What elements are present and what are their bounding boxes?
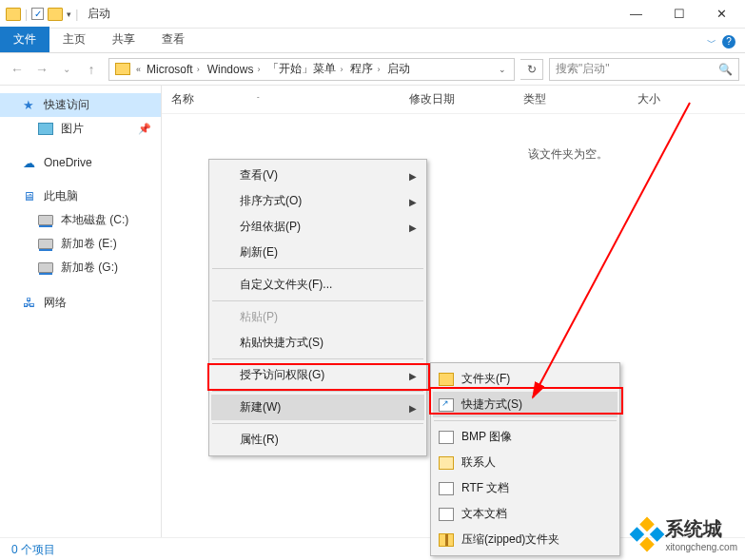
tab-home[interactable]: 主页 xyxy=(49,27,99,52)
chevron-right-icon: › xyxy=(257,65,260,74)
submenu-arrow-icon: ▶ xyxy=(409,222,417,232)
breadcrumb-folder-icon xyxy=(115,63,130,75)
crumb-item: Windows› xyxy=(204,63,265,76)
qat-dropdown-icon[interactable]: ▾ xyxy=(67,10,71,19)
refresh-button[interactable]: ↻ xyxy=(520,59,543,80)
ctx-properties[interactable]: 属性(R) xyxy=(211,427,424,453)
crumb-item: Microsoft› xyxy=(143,63,204,76)
empty-folder-message: 该文件夹为空。 xyxy=(162,114,745,163)
sidebar-item-label: 此电脑 xyxy=(44,188,78,204)
address-dropdown-icon[interactable]: ⌄ xyxy=(493,65,512,74)
sidebar-item-this-pc[interactable]: 🖥 此电脑 xyxy=(0,184,161,208)
tab-file[interactable]: 文件 xyxy=(0,27,49,52)
sidebar-item-volume-e[interactable]: 新加卷 (E:) xyxy=(0,232,161,256)
folder-app-icon xyxy=(6,8,21,21)
titlebar: | ✓ ▾ | 启动 — ☐ ✕ xyxy=(0,0,745,29)
ctx-new[interactable]: 新建(W)▶ xyxy=(211,395,424,420)
chevron-right-icon: › xyxy=(197,65,200,74)
window-buttons: — ☐ ✕ xyxy=(615,1,743,28)
cloud-icon: ☁ xyxy=(21,156,36,169)
pc-icon: 🖥 xyxy=(21,190,36,203)
sidebar-item-volume-g[interactable]: 新加卷 (G:) xyxy=(0,256,161,280)
sidebar-item-network[interactable]: 🖧 网络 xyxy=(0,291,161,315)
status-bar: 0 个项目 xyxy=(0,537,745,560)
tab-view[interactable]: 查看 xyxy=(148,27,198,52)
col-name[interactable]: 名称ˆ xyxy=(171,91,409,107)
ctx-view[interactable]: 查看(V)▶ xyxy=(211,163,424,188)
ctx-new-rtf[interactable]: RTF 文档 xyxy=(433,475,618,501)
column-headers: 名称ˆ 修改日期 类型 大小 xyxy=(162,86,745,114)
ctx-new-shortcut[interactable]: 快捷方式(S) xyxy=(433,392,618,417)
address-bar-row: ← → ⌄ ↑ « Microsoft› Windows› 「开始」菜单› 程序… xyxy=(0,53,745,86)
chevron-down-icon: ﹀ xyxy=(707,36,716,47)
sidebar-item-label: OneDrive xyxy=(44,156,92,169)
back-button[interactable]: ← xyxy=(6,58,29,81)
star-icon: ★ xyxy=(21,99,36,112)
breadcrumb-back-icon: « xyxy=(134,65,143,74)
ctx-new-bmp[interactable]: BMP 图像 xyxy=(433,424,618,450)
sidebar-item-onedrive[interactable]: ☁ OneDrive xyxy=(0,152,161,173)
divider: | xyxy=(25,8,28,21)
txt-icon xyxy=(439,507,454,522)
separator xyxy=(212,300,423,301)
crumb-item: 启动 xyxy=(383,61,414,77)
ctx-paste: 粘贴(P) xyxy=(211,304,424,330)
pin-icon: 📌 xyxy=(138,123,151,135)
separator xyxy=(212,423,423,424)
chevron-right-icon: › xyxy=(377,65,380,74)
minimize-button[interactable]: — xyxy=(615,1,657,28)
window-title: 启动 xyxy=(88,6,110,22)
divider: | xyxy=(75,8,78,21)
search-icon[interactable]: 🔍 xyxy=(718,63,733,76)
zip-icon xyxy=(439,532,454,548)
sidebar-item-label: 快速访问 xyxy=(44,97,89,113)
tab-share[interactable]: 共享 xyxy=(99,27,148,52)
sidebar-item-local-disk-c[interactable]: 本地磁盘 (C:) xyxy=(0,208,161,232)
ctx-grant-access[interactable]: 授予访问权限(G)▶ xyxy=(211,362,424,388)
ribbon-expand-icon[interactable]: ﹀ ? xyxy=(697,31,745,53)
watermark-brand: 系统城 xyxy=(665,518,722,539)
sort-indicator-icon: ˆ xyxy=(257,95,260,104)
drive-icon xyxy=(38,239,53,249)
watermark-logo-icon xyxy=(630,517,665,552)
drive-icon xyxy=(38,262,53,273)
sidebar-item-label: 图片 xyxy=(61,121,84,137)
history-dropdown-icon[interactable]: ⌄ xyxy=(55,58,78,81)
up-button[interactable]: ↑ xyxy=(80,58,103,81)
maximize-button[interactable]: ☐ xyxy=(657,1,700,28)
search-input[interactable]: 搜索"启动" 🔍 xyxy=(549,58,739,81)
ctx-sort[interactable]: 排序方式(O)▶ xyxy=(211,188,424,214)
shortcut-icon xyxy=(439,397,454,413)
forward-button[interactable]: → xyxy=(30,58,53,81)
context-menu-new: 文件夹(F) 快捷方式(S) BMP 图像 联系人 RTF 文档 文本文档 压缩… xyxy=(430,362,620,556)
separator xyxy=(434,420,617,421)
ctx-paste-shortcut[interactable]: 粘贴快捷方式(S) xyxy=(211,330,424,356)
ctx-refresh[interactable]: 刷新(E) xyxy=(211,240,424,265)
sidebar-item-pictures[interactable]: 图片 📌 xyxy=(0,117,161,141)
watermark-url: xitongcheng.com xyxy=(665,542,737,552)
nav-buttons: ← → ⌄ ↑ xyxy=(6,58,103,81)
watermark: 系统城 xitongcheng.com xyxy=(635,516,737,552)
sidebar-item-label: 网络 xyxy=(44,295,67,311)
qat-checkbox-icon[interactable]: ✓ xyxy=(31,8,44,20)
context-menu-main: 查看(V)▶ 排序方式(O)▶ 分组依据(P)▶ 刷新(E) 自定义文件夹(F)… xyxy=(208,159,427,456)
help-icon[interactable]: ? xyxy=(722,35,735,48)
ctx-new-contact[interactable]: 联系人 xyxy=(433,450,618,475)
submenu-arrow-icon: ▶ xyxy=(409,170,417,181)
ctx-customize[interactable]: 自定义文件夹(F)... xyxy=(211,272,424,298)
col-date[interactable]: 修改日期 xyxy=(409,91,523,107)
breadcrumb[interactable]: « Microsoft› Windows› 「开始」菜单› 程序› 启动 ⌄ xyxy=(108,58,515,81)
pictures-icon xyxy=(38,123,53,135)
ctx-new-txt[interactable]: 文本文档 xyxy=(433,501,618,527)
col-size[interactable]: 大小 xyxy=(637,91,714,107)
col-type[interactable]: 类型 xyxy=(523,91,637,107)
submenu-arrow-icon: ▶ xyxy=(409,196,417,206)
close-button[interactable]: ✕ xyxy=(700,1,743,28)
ctx-group[interactable]: 分组依据(P)▶ xyxy=(211,214,424,240)
qat-folder-icon[interactable] xyxy=(48,8,63,21)
ctx-new-zip[interactable]: 压缩(zipped)文件夹 xyxy=(433,527,618,552)
separator xyxy=(212,391,423,392)
sidebar-item-quick-access[interactable]: ★ 快速访问 xyxy=(0,93,161,117)
drive-icon xyxy=(38,215,53,225)
ctx-new-folder[interactable]: 文件夹(F) xyxy=(433,366,618,392)
